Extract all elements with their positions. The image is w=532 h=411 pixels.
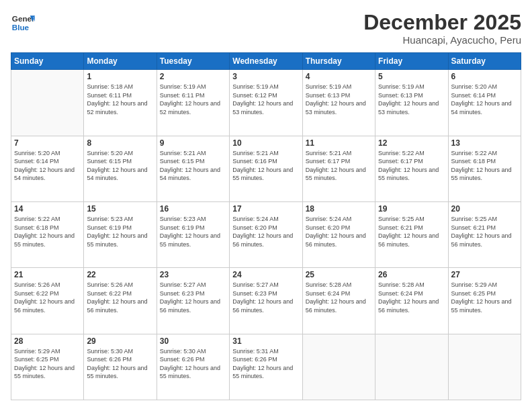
day-info: Sunrise: 5:21 AM Sunset: 6:17 PM Dayligh… xyxy=(306,149,372,183)
day-info: Sunrise: 5:20 AM Sunset: 6:15 PM Dayligh… xyxy=(87,149,153,183)
day-info: Sunrise: 5:27 AM Sunset: 6:23 PM Dayligh… xyxy=(232,281,299,314)
table-row: 15Sunrise: 5:23 AM Sunset: 6:19 PM Dayli… xyxy=(84,201,157,267)
table-row: 4Sunrise: 5:19 AM Sunset: 6:13 PM Daylig… xyxy=(302,70,375,136)
day-number: 21 xyxy=(14,270,81,279)
table-row: 12Sunrise: 5:22 AM Sunset: 6:17 PM Dayli… xyxy=(375,136,448,201)
table-row: 7Sunrise: 5:20 AM Sunset: 6:14 PM Daylig… xyxy=(11,136,84,201)
day-info: Sunrise: 5:21 AM Sunset: 6:16 PM Dayligh… xyxy=(232,149,299,183)
table-row: 18Sunrise: 5:24 AM Sunset: 6:20 PM Dayli… xyxy=(302,201,375,267)
table-row xyxy=(375,334,448,400)
table-row: 17Sunrise: 5:24 AM Sunset: 6:20 PM Dayli… xyxy=(230,201,302,267)
day-number: 26 xyxy=(378,270,445,279)
day-info: Sunrise: 5:19 AM Sunset: 6:13 PM Dayligh… xyxy=(306,83,372,116)
table-row: 25Sunrise: 5:28 AM Sunset: 6:24 PM Dayli… xyxy=(302,268,375,334)
day-number: 17 xyxy=(232,204,299,214)
header: General Blue December 2025 Huancapi, Aya… xyxy=(11,11,521,46)
day-number: 22 xyxy=(87,270,153,279)
day-info: Sunrise: 5:25 AM Sunset: 6:21 PM Dayligh… xyxy=(451,215,518,248)
day-number: 5 xyxy=(378,72,445,81)
day-info: Sunrise: 5:22 AM Sunset: 6:18 PM Dayligh… xyxy=(451,149,518,183)
day-number: 8 xyxy=(87,138,153,148)
calendar-week-row: 7Sunrise: 5:20 AM Sunset: 6:14 PM Daylig… xyxy=(11,136,521,201)
table-row: 29Sunrise: 5:30 AM Sunset: 6:26 PM Dayli… xyxy=(84,334,157,400)
day-info: Sunrise: 5:30 AM Sunset: 6:26 PM Dayligh… xyxy=(160,347,226,381)
table-row: 27Sunrise: 5:29 AM Sunset: 6:25 PM Dayli… xyxy=(448,268,521,334)
day-number: 4 xyxy=(306,72,372,81)
calendar-header-row: Sunday Monday Tuesday Wednesday Thursday… xyxy=(11,53,521,70)
table-row: 9Sunrise: 5:21 AM Sunset: 6:15 PM Daylig… xyxy=(157,136,229,201)
day-number: 13 xyxy=(451,138,518,148)
day-number: 9 xyxy=(160,138,226,148)
day-number: 16 xyxy=(160,204,226,214)
table-row: 5Sunrise: 5:19 AM Sunset: 6:13 PM Daylig… xyxy=(375,70,448,136)
day-number: 31 xyxy=(232,336,299,346)
day-number: 3 xyxy=(232,72,299,81)
day-info: Sunrise: 5:22 AM Sunset: 6:17 PM Dayligh… xyxy=(378,149,445,183)
day-info: Sunrise: 5:19 AM Sunset: 6:11 PM Dayligh… xyxy=(160,83,226,116)
day-number: 2 xyxy=(160,72,226,81)
day-number: 18 xyxy=(306,204,372,214)
day-info: Sunrise: 5:28 AM Sunset: 6:24 PM Dayligh… xyxy=(378,281,445,314)
day-info: Sunrise: 5:22 AM Sunset: 6:18 PM Dayligh… xyxy=(14,215,81,248)
logo-icon: General Blue xyxy=(11,11,35,35)
day-info: Sunrise: 5:24 AM Sunset: 6:20 PM Dayligh… xyxy=(232,215,299,248)
table-row: 13Sunrise: 5:22 AM Sunset: 6:18 PM Dayli… xyxy=(448,136,521,201)
table-row: 28Sunrise: 5:29 AM Sunset: 6:25 PM Dayli… xyxy=(11,334,84,400)
table-row: 6Sunrise: 5:20 AM Sunset: 6:14 PM Daylig… xyxy=(448,70,521,136)
calendar-week-row: 14Sunrise: 5:22 AM Sunset: 6:18 PM Dayli… xyxy=(11,201,521,267)
day-number: 10 xyxy=(232,138,299,148)
day-number: 27 xyxy=(451,270,518,279)
col-sunday: Sunday xyxy=(11,53,84,70)
page: General Blue December 2025 Huancapi, Aya… xyxy=(0,0,532,411)
day-info: Sunrise: 5:18 AM Sunset: 6:11 PM Dayligh… xyxy=(87,83,153,116)
svg-text:Blue: Blue xyxy=(12,23,30,32)
title-block: December 2025 Huancapi, Ayacucho, Peru xyxy=(363,11,521,46)
day-number: 20 xyxy=(451,204,518,214)
day-info: Sunrise: 5:25 AM Sunset: 6:21 PM Dayligh… xyxy=(378,215,445,248)
table-row xyxy=(11,70,84,136)
table-row: 14Sunrise: 5:22 AM Sunset: 6:18 PM Dayli… xyxy=(11,201,84,267)
col-monday: Monday xyxy=(84,53,157,70)
day-number: 6 xyxy=(451,72,518,81)
day-info: Sunrise: 5:24 AM Sunset: 6:20 PM Dayligh… xyxy=(306,215,372,248)
calendar-week-row: 28Sunrise: 5:29 AM Sunset: 6:25 PM Dayli… xyxy=(11,334,521,400)
day-info: Sunrise: 5:21 AM Sunset: 6:15 PM Dayligh… xyxy=(160,149,226,183)
day-info: Sunrise: 5:20 AM Sunset: 6:14 PM Dayligh… xyxy=(14,149,81,183)
table-row xyxy=(302,334,375,400)
table-row: 26Sunrise: 5:28 AM Sunset: 6:24 PM Dayli… xyxy=(375,268,448,334)
day-number: 11 xyxy=(306,138,372,148)
day-number: 19 xyxy=(378,204,445,214)
col-friday: Friday xyxy=(375,53,448,70)
day-number: 15 xyxy=(87,204,153,214)
day-info: Sunrise: 5:28 AM Sunset: 6:24 PM Dayligh… xyxy=(306,281,372,314)
day-number: 30 xyxy=(160,336,226,346)
day-info: Sunrise: 5:19 AM Sunset: 6:12 PM Dayligh… xyxy=(232,83,299,116)
main-title: December 2025 xyxy=(363,11,521,34)
table-row: 30Sunrise: 5:30 AM Sunset: 6:26 PM Dayli… xyxy=(157,334,229,400)
day-number: 12 xyxy=(378,138,445,148)
table-row: 10Sunrise: 5:21 AM Sunset: 6:16 PM Dayli… xyxy=(230,136,302,201)
col-saturday: Saturday xyxy=(448,53,521,70)
calendar-week-row: 21Sunrise: 5:26 AM Sunset: 6:22 PM Dayli… xyxy=(11,268,521,334)
table-row: 24Sunrise: 5:27 AM Sunset: 6:23 PM Dayli… xyxy=(230,268,302,334)
day-number: 14 xyxy=(14,204,81,214)
logo: General Blue xyxy=(11,11,35,35)
table-row: 2Sunrise: 5:19 AM Sunset: 6:11 PM Daylig… xyxy=(157,70,229,136)
table-row: 23Sunrise: 5:27 AM Sunset: 6:23 PM Dayli… xyxy=(157,268,229,334)
day-number: 25 xyxy=(306,270,372,279)
day-info: Sunrise: 5:31 AM Sunset: 6:26 PM Dayligh… xyxy=(232,347,299,381)
day-number: 24 xyxy=(232,270,299,279)
table-row: 3Sunrise: 5:19 AM Sunset: 6:12 PM Daylig… xyxy=(230,70,302,136)
day-number: 23 xyxy=(160,270,226,279)
calendar-week-row: 1Sunrise: 5:18 AM Sunset: 6:11 PM Daylig… xyxy=(11,70,521,136)
day-info: Sunrise: 5:26 AM Sunset: 6:22 PM Dayligh… xyxy=(87,281,153,314)
day-number: 29 xyxy=(87,336,153,346)
day-info: Sunrise: 5:29 AM Sunset: 6:25 PM Dayligh… xyxy=(451,281,518,314)
col-thursday: Thursday xyxy=(302,53,375,70)
subtitle: Huancapi, Ayacucho, Peru xyxy=(363,34,521,46)
day-number: 1 xyxy=(87,72,153,81)
day-info: Sunrise: 5:23 AM Sunset: 6:19 PM Dayligh… xyxy=(160,215,226,248)
table-row: 11Sunrise: 5:21 AM Sunset: 6:17 PM Dayli… xyxy=(302,136,375,201)
table-row: 8Sunrise: 5:20 AM Sunset: 6:15 PM Daylig… xyxy=(84,136,157,201)
day-info: Sunrise: 5:20 AM Sunset: 6:14 PM Dayligh… xyxy=(451,83,518,116)
